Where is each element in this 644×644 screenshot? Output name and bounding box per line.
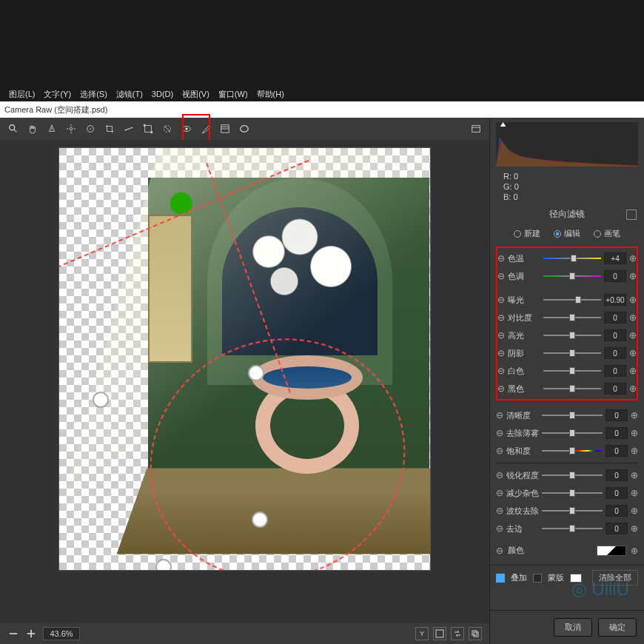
radial-filter-icon[interactable]	[238, 123, 250, 135]
mode-brush[interactable]: 画笔	[594, 228, 620, 239]
moire-value[interactable]: 0	[606, 505, 628, 517]
spot-removal-icon[interactable]	[161, 123, 173, 135]
svg-point-8	[90, 128, 91, 130]
svg-rect-25	[10, 633, 18, 634]
bottombar: 43.6% Y	[0, 623, 489, 644]
mask-checkbox[interactable]	[533, 574, 542, 583]
adjust-brush-icon[interactable]	[200, 123, 212, 135]
svg-rect-29	[472, 631, 477, 635]
sharpness-value[interactable]: 0	[606, 469, 628, 481]
exposure-slider[interactable]	[543, 295, 601, 305]
sharpness-slider[interactable]	[542, 470, 603, 480]
svg-point-2	[70, 127, 73, 130]
preferences-icon[interactable]	[470, 123, 482, 135]
dehaze-value[interactable]: 0	[606, 427, 628, 439]
menu-filter[interactable]: 滤镜(T)	[113, 89, 146, 100]
crop-tool-icon[interactable]	[104, 123, 115, 135]
target-adjust-icon[interactable]	[84, 123, 96, 135]
highlights-slider[interactable]	[543, 330, 601, 341]
canvas-area	[0, 140, 489, 623]
clarity-slider[interactable]	[542, 410, 603, 420]
menu-help[interactable]: 帮助(H)	[254, 89, 287, 100]
shadows-slider[interactable]	[543, 348, 601, 358]
zoom-tool-icon[interactable]	[7, 123, 19, 135]
highlights-value[interactable]: 0	[604, 329, 626, 341]
color-swatch[interactable]	[597, 546, 626, 556]
swap-button[interactable]	[451, 627, 464, 640]
color-sampler-icon[interactable]	[65, 123, 77, 135]
tint-slider[interactable]	[543, 271, 601, 281]
contrast-slider[interactable]	[543, 312, 601, 323]
overlay-row: 叠加 蒙版 清除全部	[490, 565, 644, 590]
temp-slider[interactable]	[543, 253, 601, 264]
svg-point-10	[125, 130, 127, 131]
canvas[interactable]	[58, 147, 431, 571]
dehaze-slider[interactable]	[542, 428, 603, 438]
noise-value[interactable]: 0	[606, 487, 628, 499]
ok-button[interactable]: 确定	[598, 618, 637, 637]
right-panel: R: 0 G: 0 B: 0 径向滤镜 新建 编辑 画笔 ⊖色温+4⊕ ⊖色调0…	[489, 118, 644, 644]
histogram[interactable]	[496, 122, 638, 167]
temp-value[interactable]: +4	[604, 252, 626, 264]
svg-point-0	[10, 125, 15, 130]
before-after-y-button[interactable]: Y	[415, 627, 429, 640]
svg-point-22	[241, 126, 249, 133]
saturation-slider[interactable]	[542, 446, 603, 456]
defringe-slider[interactable]	[542, 523, 603, 534]
mode-edit[interactable]: 编辑	[554, 228, 580, 239]
defringe-value[interactable]: 0	[606, 523, 628, 534]
clarity-value[interactable]: 0	[606, 409, 628, 421]
svg-rect-28	[436, 630, 443, 637]
blacks-value[interactable]: 0	[604, 383, 626, 395]
window-title: Camera Raw (空间搭建.psd)	[0, 101, 644, 118]
moire-slider[interactable]	[542, 506, 603, 516]
svg-point-18	[185, 127, 188, 130]
svg-rect-13	[144, 124, 146, 127]
zoom-in-icon[interactable]	[25, 628, 37, 640]
saturation-value[interactable]: 0	[606, 445, 628, 457]
basic-sliders-group: ⊖色温+4⊕ ⊖色调0⊕ ⊖曝光+0.90⊕ ⊖对比度0⊕ ⊖高光0⊕ ⊖阴影0…	[496, 246, 638, 400]
blacks-slider[interactable]	[543, 383, 601, 394]
svg-rect-30	[474, 632, 478, 637]
menu-layer[interactable]: 图层(L)	[6, 89, 38, 100]
exposure-value[interactable]: +0.90	[604, 294, 626, 306]
straighten-icon[interactable]	[123, 123, 135, 135]
hand-tool-icon[interactable]	[27, 123, 38, 135]
filter-pin[interactable]	[248, 365, 264, 381]
menu-select[interactable]: 选择(S)	[77, 89, 110, 100]
zoom-out-icon[interactable]	[7, 628, 19, 640]
svg-rect-23	[472, 126, 480, 133]
whites-slider[interactable]	[543, 366, 601, 376]
view-mode-button[interactable]	[433, 627, 446, 640]
cancel-button[interactable]: 取消	[554, 618, 592, 637]
whites-value[interactable]: 0	[604, 365, 626, 377]
filter-pin[interactable]	[252, 511, 268, 528]
panel-title: 径向滤镜	[490, 204, 644, 225]
menu-text[interactable]: 文字(Y)	[41, 89, 74, 100]
tint-value[interactable]: 0	[604, 270, 626, 282]
zoom-value[interactable]: 43.6%	[43, 627, 80, 640]
menu-window[interactable]: 窗口(W)	[215, 89, 251, 100]
overlay-checkbox[interactable]	[496, 574, 505, 583]
clear-all-button[interactable]: 清除全部	[592, 570, 638, 586]
filter-pin[interactable]	[155, 559, 172, 571]
mask-color[interactable]	[570, 574, 582, 583]
contrast-value[interactable]: 0	[604, 312, 626, 323]
menu-3d[interactable]: 3D(D)	[149, 90, 176, 98]
svg-rect-27	[30, 630, 32, 638]
filter-pin[interactable]	[93, 392, 109, 408]
noise-slider[interactable]	[542, 488, 603, 498]
mode-new[interactable]: 新建	[514, 228, 540, 239]
white-balance-icon[interactable]	[46, 123, 58, 135]
graduated-filter-icon[interactable]	[219, 123, 231, 135]
rgb-readout: R: 0 G: 0 B: 0	[490, 170, 644, 204]
transform-icon[interactable]	[142, 123, 154, 135]
redeye-icon[interactable]	[181, 123, 192, 135]
shadows-value[interactable]: 0	[604, 347, 626, 359]
copy-button[interactable]	[469, 627, 482, 640]
menubar: 图层(L) 文字(Y) 选择(S) 滤镜(T) 3D(D) 视图(V) 窗口(W…	[0, 87, 644, 101]
menu-view[interactable]: 视图(V)	[179, 89, 212, 100]
svg-marker-31	[500, 122, 506, 127]
svg-line-16	[164, 126, 171, 133]
svg-rect-14	[151, 132, 153, 134]
